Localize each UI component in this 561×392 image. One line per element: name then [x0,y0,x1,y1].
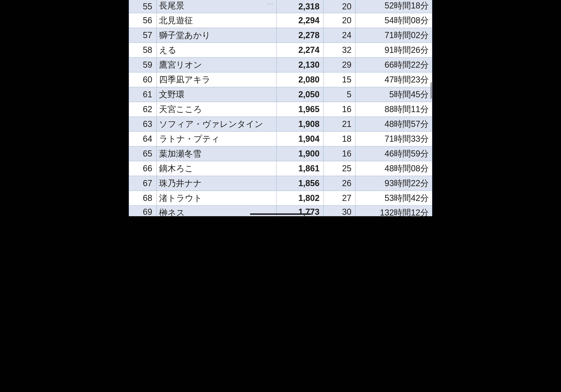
rank-cell: 63 [129,117,157,132]
device-viewport: 55長尾景···2,3182052時間18分56北見遊征2,2942054時間0… [126,0,435,216]
duration-cell: 88時間11分 [356,102,432,117]
rank-cell: 61 [129,87,157,102]
table-row[interactable]: 57獅子堂あかり2,2782471時間02分 [129,28,432,43]
rank-cell: 69 [129,206,157,217]
more-icon[interactable]: ··· [267,1,273,7]
name-cell: 鏑木ろこ [157,161,277,176]
name-cell: 四季凪アキラ [157,72,277,87]
name-cell: 文野環 [157,87,277,102]
rank-cell: 64 [129,132,157,146]
duration-cell: 53時間42分 [356,191,432,206]
table-scroll-area[interactable]: 55長尾景···2,3182052時間18分56北見遊征2,2942054時間0… [129,0,432,216]
table-row[interactable]: 64ラトナ・プティ1,9041871時間33分 [129,132,432,146]
duration-cell: 47時間23分 [356,72,432,87]
value-cell: 2,080 [277,72,324,87]
value-cell: 2,130 [277,58,324,72]
count-cell: 30 [324,206,356,217]
duration-cell: 93時間22分 [356,176,432,191]
scrollbar-thumb[interactable] [431,82,432,99]
rank-cell: 60 [129,72,157,87]
name-cell: える [157,43,277,58]
table-row[interactable]: 59鷹宮リオン2,1302966時間22分 [129,58,432,72]
rank-cell: 65 [129,146,157,161]
table-row[interactable]: 55長尾景···2,3182052時間18分 [129,0,432,13]
rank-cell: 59 [129,58,157,72]
ranking-table: 55長尾景···2,3182052時間18分56北見遊征2,2942054時間0… [129,0,432,216]
value-cell: 1,856 [277,176,324,191]
name-cell: 珠乃井ナナ [157,176,277,191]
rank-cell: 56 [129,13,157,28]
name-cell: 鷹宮リオン [157,58,277,72]
name-cell: ソフィア・ヴァレンタイン [157,117,277,132]
rank-cell: 68 [129,191,157,206]
rank-cell: 66 [129,161,157,176]
table-row[interactable]: 61文野環2,05055時間45分 [129,87,432,102]
duration-cell: 54時間08分 [356,13,432,28]
duration-cell: 91時間26分 [356,43,432,58]
value-cell: 2,274 [277,43,324,58]
value-cell: 2,318 [277,0,324,13]
duration-cell: 52時間18分 [356,0,432,13]
name-cell: ラトナ・プティ [157,132,277,146]
rank-cell: 62 [129,102,157,117]
name-cell: 葉加瀬冬雪 [157,146,277,161]
duration-cell: 5時間45分 [356,87,432,102]
duration-cell: 71時間33分 [356,132,432,146]
duration-cell: 71時間02分 [356,28,432,43]
count-cell: 5 [324,87,356,102]
value-cell: 1,965 [277,102,324,117]
count-cell: 32 [324,43,356,58]
duration-cell: 46時間59分 [356,146,432,161]
name-cell: 天宮こころ [157,102,277,117]
name-cell: 北見遊征 [157,13,277,28]
table-row[interactable]: 56北見遊征2,2942054時間08分 [129,13,432,28]
table-row[interactable]: 60四季凪アキラ2,0801547時間23分 [129,72,432,87]
count-cell: 20 [324,13,356,28]
value-cell: 2,294 [277,13,324,28]
rank-cell: 58 [129,43,157,58]
count-cell: 16 [324,146,356,161]
count-cell: 27 [324,191,356,206]
table-row[interactable]: 67珠乃井ナナ1,8562693時間22分 [129,176,432,191]
value-cell: 2,050 [277,87,324,102]
count-cell: 26 [324,176,356,191]
rank-cell: 57 [129,28,157,43]
count-cell: 16 [324,102,356,117]
name-cell: 渚トラウト [157,191,277,206]
count-cell: 25 [324,161,356,176]
count-cell: 24 [324,28,356,43]
value-cell: 2,278 [277,28,324,43]
value-cell: 1,861 [277,161,324,176]
count-cell: 20 [324,0,356,13]
duration-cell: 132時間12分 [356,206,432,217]
count-cell: 21 [324,117,356,132]
duration-cell: 66時間22分 [356,58,432,72]
value-cell: 1,904 [277,132,324,146]
duration-cell: 48時間57分 [356,117,432,132]
table-row[interactable]: 68渚トラウト1,8022753時間42分 [129,191,432,206]
count-cell: 18 [324,132,356,146]
table-row[interactable]: 65葉加瀬冬雪1,9001646時間59分 [129,146,432,161]
table-row[interactable]: 66鏑木ろこ1,8612548時間08分 [129,161,432,176]
duration-cell: 48時間08分 [356,161,432,176]
table-row[interactable]: 63ソフィア・ヴァレンタイン1,9082148時間57分 [129,117,432,132]
table-row[interactable]: 62天宮こころ1,9651688時間11分 [129,102,432,117]
value-cell: 1,900 [277,146,324,161]
rank-cell: 55 [129,0,157,13]
rank-cell: 67 [129,176,157,191]
home-indicator[interactable] [250,213,311,215]
name-cell: 獅子堂あかり [157,28,277,43]
name-cell: 長尾景··· [157,0,277,13]
count-cell: 15 [324,72,356,87]
value-cell: 1,802 [277,191,324,206]
count-cell: 29 [324,58,356,72]
table-row[interactable]: 58える2,2743291時間26分 [129,43,432,58]
value-cell: 1,908 [277,117,324,132]
